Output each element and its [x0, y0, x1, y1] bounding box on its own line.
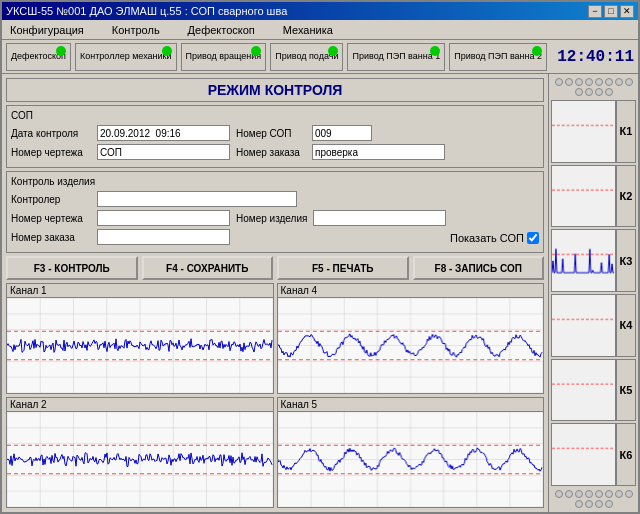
- channel-5-grid: [278, 412, 544, 507]
- channel-4-box: Канал 4: [277, 283, 545, 394]
- defect-status-dot: [56, 46, 66, 56]
- control-section-title: Контроль изделия: [11, 176, 539, 187]
- f8-button[interactable]: F8 - ЗАПИСЬ СОП: [413, 256, 545, 280]
- channel-4-canvas: [278, 298, 544, 393]
- channel-1-title: Канал 1: [7, 284, 273, 298]
- f4-button[interactable]: F4 - СОХРАНИТЬ: [142, 256, 274, 280]
- close-button[interactable]: ✕: [620, 5, 634, 18]
- controller-row: Контролер: [11, 191, 539, 207]
- toolbar-pep2-btn[interactable]: Привод ПЭП ванна 2: [449, 43, 547, 71]
- channel-2-title: Канал 2: [7, 398, 273, 412]
- k5-row: К5: [551, 359, 636, 422]
- k4-waveform: [551, 294, 616, 357]
- show-sop-checkbox[interactable]: [527, 232, 539, 244]
- bot-dot-12: [605, 500, 613, 508]
- menu-defectoscope[interactable]: Дефектоскоп: [184, 23, 259, 37]
- k2-waveform: [551, 165, 616, 228]
- k3-canvas: [552, 230, 615, 291]
- menu-bar: Конфигурация Контроль Дефектоскоп Механи…: [2, 20, 638, 40]
- sop-drawing-input[interactable]: [97, 144, 230, 160]
- k1-waveform: [551, 100, 616, 163]
- action-buttons: F3 - КОНТРОЛЬ F4 - СОХРАНИТЬ F5 - ПЕЧАТЬ…: [6, 256, 544, 280]
- bot-dot-7: [615, 490, 623, 498]
- menu-mechanics[interactable]: Механика: [279, 23, 337, 37]
- drawing2-input[interactable]: [97, 210, 230, 226]
- sop-drawing-row: Номер чертежа Номер заказа: [11, 144, 539, 160]
- toolbar-drive2-btn[interactable]: Привод подачи: [270, 43, 343, 71]
- k1-canvas: [552, 101, 615, 162]
- dot-7: [615, 78, 623, 86]
- pep1-status-dot: [430, 46, 440, 56]
- sop-num-input[interactable]: [312, 125, 372, 141]
- window-title: УКСШ-55 №001 ДАО ЭЛМАШ ц.55 : СОП сварно…: [6, 5, 287, 17]
- channel-5-canvas: [278, 412, 544, 507]
- bot-dot-10: [585, 500, 593, 508]
- drawing2-label: Номер чертежа: [11, 213, 91, 224]
- right-panel: К1 К2 К3 К4: [548, 74, 638, 512]
- channel-1-grid: [7, 298, 273, 393]
- k5-waveform: [551, 359, 616, 422]
- controller-status-dot: [162, 46, 172, 56]
- channel-4-grid: [278, 298, 544, 393]
- k6-label: К6: [616, 423, 636, 486]
- k5-label: К5: [616, 359, 636, 422]
- f3-button[interactable]: F3 - КОНТРОЛЬ: [6, 256, 138, 280]
- bot-dot-11: [595, 500, 603, 508]
- f5-button[interactable]: F5 - ПЕЧАТЬ: [277, 256, 409, 280]
- sop-section: СОП Дата контроля Номер СОП Номер чертеж…: [6, 105, 544, 168]
- menu-configuration[interactable]: Конфигурация: [6, 23, 88, 37]
- toolbar-pep1-btn[interactable]: Привод ПЭП ванна 1: [347, 43, 445, 71]
- channel-1-box: Канал 1: [6, 283, 274, 394]
- channel-2-box: Канал 2: [6, 397, 274, 508]
- dot-6: [605, 78, 613, 86]
- top-dots: [551, 76, 636, 98]
- sop-date-input[interactable]: [97, 125, 230, 141]
- bot-dot-6: [605, 490, 613, 498]
- sop-drawing-label: Номер чертежа: [11, 147, 91, 158]
- drawing2-row: Номер чертежа Номер изделия: [11, 210, 539, 226]
- k3-row: К3: [551, 229, 636, 292]
- sop-order-label: Номер заказа: [236, 147, 306, 158]
- k2-canvas: [552, 166, 615, 227]
- channel-5-box: Канал 5: [277, 397, 545, 508]
- k6-waveform: [551, 423, 616, 486]
- menu-control[interactable]: Контроль: [108, 23, 164, 37]
- dot-10: [585, 88, 593, 96]
- title-bar-buttons: − □ ✕: [588, 5, 634, 18]
- content-area: РЕЖИМ КОНТРОЛЯ СОП Дата контроля Номер С…: [2, 74, 638, 512]
- bot-dot-9: [575, 500, 583, 508]
- dot-2: [565, 78, 573, 86]
- order2-input[interactable]: [97, 229, 230, 245]
- bot-dot-4: [585, 490, 593, 498]
- k4-row: К4: [551, 294, 636, 357]
- toolbar-defect-btn[interactable]: Дефектоскоп: [6, 43, 71, 71]
- order2-row: Номер заказа Показать СОП: [11, 229, 539, 245]
- sop-num-label: Номер СОП: [236, 128, 306, 139]
- controller-input[interactable]: [97, 191, 297, 207]
- sop-section-title: СОП: [11, 110, 539, 121]
- k4-label: К4: [616, 294, 636, 357]
- toolbar-drive1-btn[interactable]: Привод вращения: [181, 43, 267, 71]
- bot-dot-2: [565, 490, 573, 498]
- sop-date-label: Дата контроля: [11, 128, 91, 139]
- bot-dot-5: [595, 490, 603, 498]
- mode-title: РЕЖИМ КОНТРОЛЯ: [6, 78, 544, 102]
- k2-label: К2: [616, 165, 636, 228]
- product-num-input[interactable]: [313, 210, 446, 226]
- toolbar-controller-btn[interactable]: Контроллер механики: [75, 43, 177, 71]
- controller-label: Контролер: [11, 194, 91, 205]
- k5-canvas: [552, 360, 615, 421]
- k3-label: К3: [616, 229, 636, 292]
- order2-label: Номер заказа: [11, 232, 91, 243]
- sop-order-input[interactable]: [312, 144, 445, 160]
- channels-container: Канал 1 Канал 4 Канал 2: [6, 283, 544, 508]
- show-sop-label: Показать СОП: [450, 232, 524, 244]
- sop-date-row: Дата контроля Номер СОП: [11, 125, 539, 141]
- minimize-button[interactable]: −: [588, 5, 602, 18]
- bot-dot-1: [555, 490, 563, 498]
- dot-8: [625, 78, 633, 86]
- k6-row: К6: [551, 423, 636, 486]
- product-num-label: Номер изделия: [236, 213, 307, 224]
- maximize-button[interactable]: □: [604, 5, 618, 18]
- left-panel: РЕЖИМ КОНТРОЛЯ СОП Дата контроля Номер С…: [2, 74, 548, 512]
